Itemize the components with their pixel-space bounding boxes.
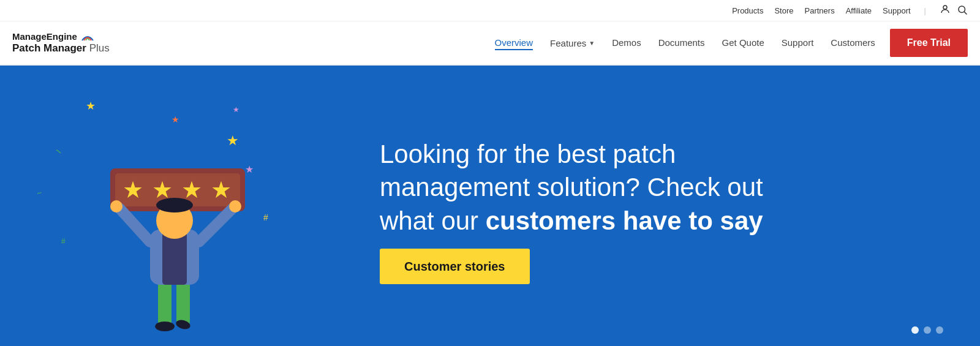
hero-content: Looking for the best patch management so… [343, 138, 980, 274]
svg-point-0 [943, 6, 947, 9]
deco-star-1: ★ [86, 99, 96, 113]
deco-star-2: ★ [172, 115, 179, 124]
nav-item-overview[interactable]: Overview [495, 37, 533, 48]
nav-features-link[interactable]: Features ▼ [550, 38, 595, 48]
hero-section: ★ ★ ★ ★ ~ ~ ★ # # ★ ★ ★ ★ [0, 66, 980, 346]
nav-item-demos[interactable]: Demos [612, 37, 641, 48]
nav-support-link[interactable]: Support [782, 37, 814, 48]
deco-star-3: ★ [227, 133, 239, 149]
nav-item-features[interactable]: Features ▼ [550, 38, 595, 48]
nav-item-documents[interactable]: Documents [658, 37, 705, 48]
svg-text:★: ★ [181, 177, 202, 203]
deco-hash-2: # [61, 237, 66, 246]
deco-hash: # [263, 212, 268, 222]
svg-point-20 [229, 200, 241, 212]
user-icon[interactable] [940, 4, 951, 17]
nav-overview-link[interactable]: Overview [495, 37, 533, 50]
logo-bottom-line: Patch Manager Plus [12, 42, 110, 55]
svg-text:★: ★ [211, 177, 232, 203]
nav-item-support[interactable]: Support [782, 37, 814, 48]
nav-documents-link[interactable]: Documents [658, 37, 705, 48]
nav-item-getquote[interactable]: Get Quote [722, 37, 764, 48]
hero-headline: Looking for the best patch management so… [380, 138, 931, 238]
free-trial-button[interactable]: Free Trial [890, 29, 968, 57]
nav-customers-link[interactable]: Customers [831, 37, 875, 48]
svg-line-17 [119, 208, 150, 242]
carousel-dot-1[interactable] [911, 326, 919, 334]
hero-headline-bold: customers have to say [486, 206, 763, 235]
products-link[interactable]: Products [732, 6, 763, 15]
svg-point-1 [959, 6, 965, 13]
svg-line-2 [964, 12, 967, 14]
person-illustration: ★ ★ ★ ★ [24, 89, 318, 346]
top-bar: Products Store Partners Affiliate Suppor… [0, 0, 980, 21]
svg-text:★: ★ [123, 177, 143, 203]
logo[interactable]: ManageEngine Patch Manager Plus [12, 31, 110, 55]
hero-illustration: ★ ★ ★ ★ ~ ~ ★ # # ★ ★ ★ ★ [0, 66, 343, 346]
partners-link[interactable]: Partners [805, 6, 835, 15]
top-bar-icons [940, 4, 968, 17]
svg-rect-9 [158, 279, 172, 328]
deco-star-4: ★ [233, 105, 239, 114]
svg-line-18 [199, 208, 233, 242]
nav-links: Overview Features ▼ Demos Documents Get … [495, 37, 875, 48]
nav-item-customers[interactable]: Customers [831, 37, 875, 48]
nav-getquote-link[interactable]: Get Quote [722, 37, 764, 48]
nav-demos-link[interactable]: Demos [612, 37, 641, 48]
deco-star-5: ★ [245, 164, 254, 175]
svg-point-11 [155, 322, 175, 331]
carousel-dots [911, 326, 943, 334]
main-navigation: ManageEngine Patch Manager Plus Overview… [0, 21, 980, 66]
logo-top-line: ManageEngine [12, 31, 110, 42]
affiliate-link[interactable]: Affiliate [846, 6, 872, 15]
carousel-dot-2[interactable] [924, 326, 931, 334]
divider: | [924, 6, 926, 15]
carousel-dot-3[interactable] [936, 326, 943, 334]
search-icon[interactable] [957, 4, 968, 17]
store-link[interactable]: Store [774, 6, 793, 15]
svg-point-16 [156, 198, 193, 212]
features-caret: ▼ [589, 40, 595, 47]
svg-point-19 [110, 200, 123, 212]
customer-stories-button[interactable]: Customer stories [380, 249, 530, 284]
support-link[interactable]: Support [883, 6, 911, 15]
